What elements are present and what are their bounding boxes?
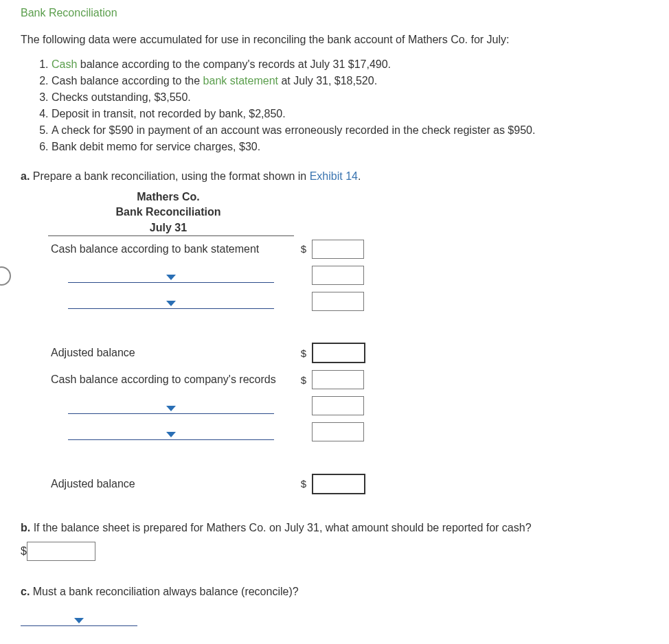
bank-stmt-input[interactable] (312, 240, 364, 259)
exhibit-link[interactable]: Exhibit 14 (310, 170, 358, 182)
dollar-sign: $ (294, 470, 309, 498)
part-a-text-pre: Prepare a bank reconciliation, using the… (30, 170, 309, 182)
facts-list: Cash balance according to the company's … (21, 56, 648, 155)
company-adj-dropdown-2[interactable] (68, 424, 274, 440)
chevron-down-icon (166, 406, 176, 411)
company-adj-2-input[interactable] (312, 422, 364, 441)
part-b: b. If the balance sheet is prepared for … (21, 518, 648, 562)
part-a: a. Prepare a bank reconciliation, using … (21, 170, 648, 183)
recon-header: Mathers Co. Bank Reconciliation July 31 (48, 189, 288, 235)
adj-balance-bank-input[interactable] (312, 343, 365, 363)
part-b-text: If the balance sheet is prepared for Mat… (30, 522, 531, 533)
bank-adj-1-input[interactable] (312, 266, 364, 285)
bank-adj-dropdown-2[interactable] (68, 293, 274, 309)
recon-title: Bank Reconciliation (48, 205, 288, 220)
bank-statement-link[interactable]: bank statement (203, 75, 278, 87)
part-c-dropdown[interactable] (21, 609, 137, 626)
part-c: c. Must a bank reconciliation always bal… (21, 582, 648, 626)
dollar-sign: $ (294, 236, 309, 262)
row-adj-balance-1: Adjusted balance (48, 339, 294, 367)
dollar-sign: $ (294, 339, 309, 367)
part-a-label: a. (21, 170, 30, 182)
page-title-link[interactable]: Bank Reconciliation (21, 7, 117, 19)
dollar-sign: $ (294, 367, 309, 393)
recon-date: July 31 (48, 220, 288, 235)
intro-text: The following data were accumulated for … (21, 32, 648, 48)
reconciliation-table: Cash balance according to bank statement… (48, 235, 368, 498)
dollar-sign: $ (21, 545, 27, 557)
fact-1-text: balance according to the company's recor… (77, 58, 391, 70)
cash-amount-input[interactable] (27, 542, 95, 561)
fact-5: A check for $590 in payment of an accoun… (52, 122, 648, 139)
part-c-label: c. (21, 586, 30, 597)
fact-3: Checks outstanding, $3,550. (52, 89, 648, 106)
bank-adj-dropdown-1[interactable] (68, 267, 274, 283)
chevron-down-icon (166, 432, 176, 437)
row-adj-balance-2: Adjusted balance (48, 470, 294, 498)
adj-balance-company-input[interactable] (312, 474, 365, 494)
company-adj-1-input[interactable] (312, 396, 364, 415)
bank-adj-2-input[interactable] (312, 292, 364, 311)
chevron-down-icon (166, 301, 176, 306)
row-bank-stmt-label: Cash balance according to bank statement (48, 236, 294, 262)
part-b-label: b. (21, 522, 30, 533)
fact-2-post: at July 31, $18,520. (278, 75, 377, 87)
fact-1: Cash balance according to the company's … (52, 56, 648, 73)
fact-2-pre: Cash balance according to the (52, 75, 203, 87)
recon-company: Mathers Co. (48, 189, 288, 205)
side-indicator-icon (0, 266, 11, 286)
cash-link[interactable]: Cash (52, 58, 77, 70)
fact-6: Bank debit memo for service charges, $30… (52, 139, 648, 155)
fact-4: Deposit in transit, not recorded by bank… (52, 106, 648, 122)
chevron-down-icon (166, 275, 176, 280)
part-c-text: Must a bank reconciliation always balanc… (30, 586, 298, 597)
company-adj-dropdown-1[interactable] (68, 398, 274, 414)
chevron-down-icon (74, 618, 84, 623)
company-records-input[interactable] (312, 370, 364, 389)
fact-2: Cash balance according to the bank state… (52, 73, 648, 89)
part-a-text-post: . (358, 170, 361, 182)
row-company-label: Cash balance according to company's reco… (48, 367, 294, 393)
